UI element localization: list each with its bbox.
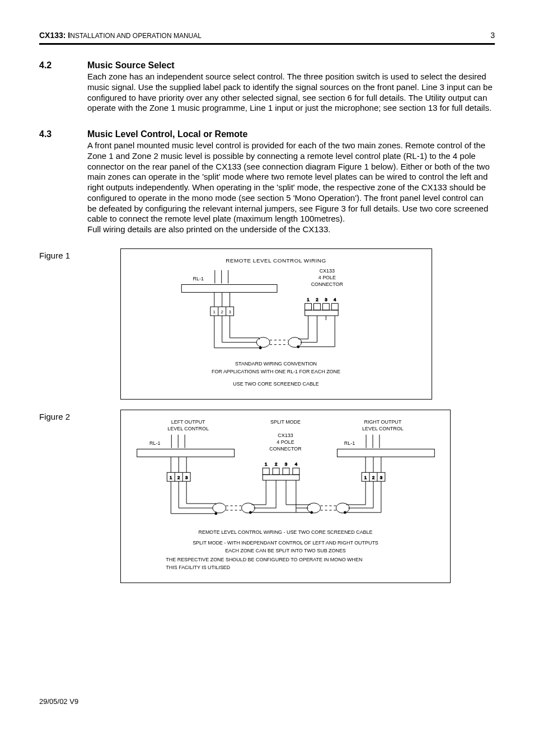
fig2-connector-icon: 1 2 3 4 [263,462,299,485]
fig1-cable-icon [214,319,335,349]
fig2-r-p2: 2 [372,475,375,480]
fig2-conn3: CONNECTOR [269,445,302,451]
section-4-2-title: Music Source Select [87,60,495,71]
section-4-3-text2: Full wiring details are also printed on … [87,224,495,235]
figure-1-row: Figure 1 REMOTE LEVEL CONTROL WIRING RL-… [39,248,495,400]
svg-point-21 [256,337,270,348]
fig2-right-plate [337,449,434,457]
fig2-left-terminals: 1 2 3 [167,457,190,485]
fig2-cp3: 3 [285,462,288,467]
fig2-l-p2: 2 [177,475,180,480]
section-4-3: 4.3 Music Level Control, Local or Remote… [39,129,495,235]
fig1-connector-icon: 1 2 3 4 [305,297,339,320]
svg-point-70 [311,511,313,514]
section-4-2: 4.2 Music Source Select Each zone has an… [39,60,495,114]
fig2-left2: LEVEL CONTROL [167,426,209,431]
svg-rect-53 [283,468,289,475]
fig1-rl1-pin2: 2 [221,309,224,314]
fig1-cp3: 3 [325,297,327,302]
fig2-cap5: THIS FACILITY IS UTILISED [166,565,230,570]
svg-point-65 [249,511,251,514]
svg-point-64 [215,513,217,515]
section-4-3-body: Music Level Control, Local or Remote A f… [87,129,495,235]
fig1-cp1: 1 [307,297,310,302]
fig2-rl1-left: RL-1 [149,440,160,445]
fig2-right1: RIGHT OUTPUT [364,419,401,425]
figure-1-diagram: REMOTE LEVEL CONTROL WIRING RL-1 1 [121,249,432,399]
fig1-title: REMOTE LEVEL CONTROL WIRING [226,257,326,264]
section-4-2-body: Music Source Select Each zone has an ind… [87,60,495,114]
figure-1-box: REMOTE LEVEL CONTROL WIRING RL-1 1 [120,248,432,400]
fig2-left1: LEFT OUTPUT [171,419,205,425]
fig1-cap3: USE TWO CORE SCREENED CABLE [233,381,319,387]
fig1-rl1-pin1: 1 [213,309,216,314]
figure-2-diagram: LEFT OUTPUT LEVEL CONTROL SPLIT MODE RIG… [121,410,450,583]
svg-point-60 [213,503,226,513]
fig1-rl1-plate [181,284,277,292]
fig1-rl1-terminals: 1 2 3 [210,292,234,319]
header-product-rest-small: NSTALLATION AND OPERATION MANUAL [70,32,202,40]
section-4-2-number: 4.2 [39,60,87,71]
fig1-pot-icon [215,270,228,283]
fig1-conn-l3: CONNECTOR [311,281,344,287]
svg-rect-54 [293,468,299,475]
svg-rect-51 [263,468,269,475]
fig2-right2: LEVEL CONTROL [362,426,404,431]
section-4-2-text: Each zone has an independent source sele… [87,72,495,114]
svg-rect-12 [305,303,312,310]
fig2-left-pot-icon [171,434,185,448]
fig2-cap3: EACH ZONE CAN BE SPLIT INTO TWO SUB ZONE… [225,548,346,553]
page-header: CX133: INSTALLATION AND OPERATION MANUAL… [39,31,495,42]
fig2-r-p1: 1 [364,475,367,480]
footer-text: 29/05/02 V9 [39,697,78,706]
fig2-cp4: 4 [295,462,298,467]
page: CX133: INSTALLATION AND OPERATION MANUAL… [0,0,534,756]
svg-rect-52 [273,468,279,475]
page-number: 3 [490,31,495,40]
svg-rect-55 [263,475,299,480]
fig2-cap1: REMOTE LEVEL CONTROL WIRING - USE TWO CO… [198,529,372,534]
fig2-left-cable-icon [171,485,281,515]
fig1-conn-l1: CX133 [320,267,335,273]
section-4-3-text1: A front panel mounted music level contro… [87,140,495,224]
fig2-r-p3: 3 [380,475,383,480]
fig2-cp1: 1 [265,462,268,467]
fig1-cp4: 4 [334,297,336,302]
fig1-rl1-pin3: 3 [228,309,231,314]
svg-point-26 [297,345,299,348]
fig1-rl1-label: RL-1 [193,275,204,281]
fig2-l-p1: 1 [170,475,172,480]
svg-rect-16 [305,310,339,316]
fig2-right-terminals: 1 2 3 [362,457,385,485]
fig2-cp2: 2 [275,462,278,467]
svg-rect-15 [331,303,338,310]
fig2-right-pot-icon [366,434,380,448]
svg-rect-13 [314,303,321,310]
figure-2-row: Figure 2 LEFT OUTPUT LEVEL CONTROL SPLIT… [39,410,495,583]
fig2-l-p3: 3 [185,475,188,480]
header-title: CX133: INSTALLATION AND OPERATION MANUAL [39,31,202,40]
fig2-left-plate [137,449,235,457]
fig2-right-cable-icon [281,485,381,514]
svg-rect-14 [322,303,329,310]
figure-1-label: Figure 1 [39,248,120,260]
fig2-conn1: CX133 [278,432,293,438]
fig2-cap2: SPLIT MODE - WITH INDEPENDANT CONTROL OF… [193,540,378,546]
fig1-cp2: 2 [316,297,318,302]
fig1-conn-l2: 4 POLE [318,274,336,280]
figure-2-box: LEFT OUTPUT LEVEL CONTROL SPLIT MODE RIG… [120,410,451,583]
fig1-cap2: FOR APPLICATIONS WITH ONE RL-1 FOR EACH … [212,369,340,374]
svg-point-72 [344,511,346,514]
figure-2-label: Figure 2 [39,410,120,421]
fig2-mid: SPLIT MODE [270,419,301,425]
fig1-cap1: STANDARD WIRING CONVENTION [235,361,317,367]
fig2-conn2: 4 POLE [277,439,294,444]
fig2-rl1-right: RL-1 [344,440,355,445]
section-4-3-title: Music Level Control, Local or Remote [87,129,495,139]
section-4-3-number: 4.3 [39,129,87,139]
svg-point-25 [259,346,261,349]
header-product-bold: CX133: [39,31,65,40]
fig2-cap4: THE RESPECTIVE ZONE SHOULD BE CONFIGURED… [166,557,362,562]
header-rule [39,43,495,45]
